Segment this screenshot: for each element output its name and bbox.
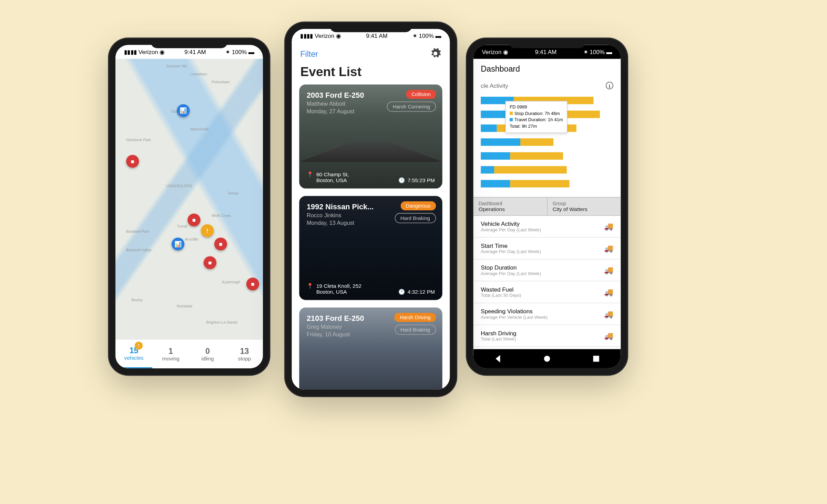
- truck-icon: 🚚: [604, 244, 613, 253]
- tab-vehicles[interactable]: ! 15 vehicles: [115, 339, 152, 368]
- truck-icon: 🚚: [604, 309, 613, 318]
- clock-icon: 🕐: [398, 289, 405, 295]
- map-area-label: Turrell: [177, 224, 187, 228]
- metric-title: Harsh Driving: [481, 330, 516, 336]
- metric-subtitle: Average Per Vehicle (Last Week): [481, 314, 548, 320]
- tab-label: moving: [162, 356, 180, 361]
- carrier-label: Verizon: [482, 49, 501, 55]
- metric-row[interactable]: Harsh DrivingTotal (Last Week)🚚: [473, 325, 621, 347]
- event-severity-badge: Collision: [406, 90, 436, 99]
- phone-notch: [509, 39, 585, 48]
- vehicle-pin-moving[interactable]: 📊: [177, 104, 190, 117]
- vehicle-status-tabs: ! 15 vehicles 1 moving 0 idling 13 stopp: [115, 339, 263, 368]
- wifi-icon: ◉: [503, 49, 509, 55]
- truck-icon: 🚚: [604, 266, 613, 274]
- carrier-label: Verizon: [139, 49, 158, 55]
- metric-title: Vehicle Activity: [481, 221, 541, 227]
- metric-row[interactable]: Speeding ViolationsAverage Per Vehicle (…: [473, 303, 621, 325]
- event-city: Boston, USA: [316, 289, 361, 295]
- event-type-badge: Hard Braking: [395, 213, 436, 223]
- event-address: 19 Cleta Knoll, 252: [316, 283, 361, 289]
- map-area-label: Brighton-Le-Sands: [206, 320, 237, 324]
- phone-notch: [151, 39, 227, 48]
- event-card[interactable]: 2103 Ford E-250 Greg Maloney Friday, 10 …: [299, 307, 442, 390]
- dashboard-selector[interactable]: Dashboard Operations: [473, 198, 547, 215]
- truck-icon: 🚚: [604, 332, 613, 340]
- battery-icon: ▬: [606, 49, 612, 55]
- chart-bar-row[interactable]: [481, 178, 613, 190]
- chart-bar-row[interactable]: [481, 136, 613, 148]
- dashboard-title: Dashboard: [473, 59, 621, 78]
- event-address: 60 Champ St,: [316, 171, 349, 177]
- recents-button-icon[interactable]: [592, 355, 600, 363]
- tab-stopped[interactable]: 13 stopp: [226, 339, 263, 368]
- map-area-label: Petersham: [212, 80, 229, 84]
- filter-button[interactable]: Filter: [300, 49, 318, 58]
- map-area-label: Tempe: [228, 191, 239, 195]
- metric-title: Start Time: [481, 242, 541, 249]
- map-area-label: Arncliffe: [185, 238, 198, 241]
- group-selector[interactable]: Group City of Watters: [547, 198, 621, 215]
- tab-label: stopp: [238, 356, 251, 361]
- map-area-label: Bexley: [132, 298, 143, 302]
- chart-bar-row[interactable]: [481, 150, 613, 162]
- vehicle-pin-stopped[interactable]: ■: [246, 277, 259, 290]
- clock-icon: 🕐: [398, 177, 405, 183]
- metric-title: Stop Duration: [481, 264, 541, 271]
- location-pin-icon: 📍: [307, 283, 313, 289]
- map-area-label: Kyeemagh: [222, 280, 240, 284]
- truck-icon: 🚚: [604, 288, 613, 296]
- vehicle-pin-stopped[interactable]: ■: [204, 256, 216, 269]
- map-view[interactable]: Summer Hill Lewisham Petersham Dulwich M…: [115, 59, 263, 339]
- event-card[interactable]: 1992 Nissan Pick... Rocco Jinkins Monday…: [299, 196, 442, 300]
- battery-label: 100%: [419, 33, 434, 39]
- map-area-label: Lewisham: [190, 72, 207, 76]
- back-button-icon[interactable]: [494, 355, 502, 363]
- metric-title: Wasted Fuel: [481, 286, 521, 293]
- metric-row[interactable]: Vehicle ActivityAverage Per Day (Last We…: [473, 216, 621, 238]
- chart-bar-row[interactable]: [481, 164, 613, 176]
- carrier-label: Verizon: [315, 33, 334, 39]
- page-title: Event List: [292, 64, 450, 84]
- bluetooth-icon: ⁕: [583, 49, 588, 55]
- vehicle-pin-stopped[interactable]: ■: [214, 238, 227, 250]
- metric-row[interactable]: Stop DurationAverage Per Day (Last Week)…: [473, 260, 621, 282]
- vehicle-pin-stopped[interactable]: ■: [187, 213, 200, 226]
- gear-icon[interactable]: [430, 48, 441, 59]
- tab-label: vehicles: [124, 355, 144, 361]
- metric-row[interactable]: Wasted FuelTotal (Last 30 Days)🚚: [473, 281, 621, 303]
- signal-icon: ▮▮▮▮: [300, 32, 313, 39]
- map-area-label: Hurlstone Park: [126, 138, 151, 141]
- vehicle-pin-moving[interactable]: 📊: [172, 238, 184, 250]
- map-area-label: UNDERCLIFFE: [166, 184, 192, 188]
- event-list[interactable]: 2003 Ford E-250 Matthew Abbott Monday, 2…: [292, 84, 450, 390]
- battery-label: 100%: [590, 49, 605, 55]
- vehicle-pin-alert[interactable]: !: [201, 224, 214, 237]
- tab-count: 0: [205, 346, 210, 355]
- android-nav-bar: [473, 349, 621, 368]
- metric-row[interactable]: Start TimeAverage Per Day (Last Week)🚚: [473, 238, 621, 260]
- home-button-icon[interactable]: [543, 355, 551, 363]
- vehicle-activity-chart[interactable]: FD 0989 Stop Duration: 7h 46m Travel Dur…: [473, 89, 621, 197]
- vehicle-pin-stopped[interactable]: ■: [126, 155, 139, 168]
- event-time: 7:55:23 PM: [408, 177, 435, 183]
- clock-label: 9:41 AM: [535, 49, 557, 55]
- metric-subtitle: Total (Last Week): [481, 336, 516, 342]
- event-type-badge: Hard Braking: [395, 325, 436, 335]
- alert-badge-icon: !: [135, 342, 143, 349]
- tab-idling[interactable]: 0 idling: [189, 339, 226, 368]
- map-area-label: Rockdale: [177, 304, 192, 308]
- tab-moving[interactable]: 1 moving: [152, 339, 189, 368]
- selector-label: Dashboard: [479, 201, 502, 206]
- event-card[interactable]: 2003 Ford E-250 Matthew Abbott Monday, 2…: [299, 84, 442, 188]
- metric-subtitle: Average Per Day (Last Week): [481, 227, 541, 232]
- event-time: 4:32:12 PM: [408, 289, 435, 295]
- selector-value: City of Watters: [553, 206, 615, 212]
- tab-count: 13: [240, 346, 249, 355]
- map-area-label: Bardwell Valley: [126, 248, 151, 252]
- signal-icon: ▮▮▮▮: [124, 49, 137, 55]
- info-icon[interactable]: i: [606, 82, 613, 90]
- event-severity-badge: Dangerous: [400, 201, 436, 210]
- chart-tooltip: FD 0989 Stop Duration: 7h 46m Travel Dur…: [506, 101, 568, 133]
- clock-label: 9:41 AM: [184, 49, 206, 55]
